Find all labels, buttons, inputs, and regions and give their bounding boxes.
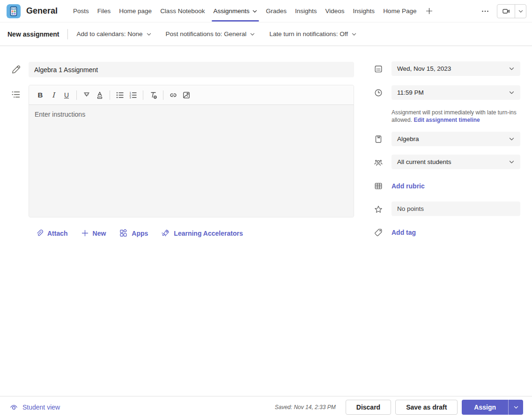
- channel-header: General Posts Files Home page Class Note…: [0, 0, 532, 22]
- add-rubric-link[interactable]: Add rubric: [392, 182, 425, 190]
- tab-home-page[interactable]: Home page: [115, 0, 156, 22]
- tab-class-notebook[interactable]: Class Notebook: [156, 0, 209, 22]
- insert-link-icon[interactable]: [167, 89, 180, 102]
- tab-assignments[interactable]: Assignments: [209, 0, 261, 22]
- new-button[interactable]: New: [81, 229, 106, 237]
- add-to-calendars-menu[interactable]: Add to calendars: None: [76, 30, 151, 37]
- clock-icon: [374, 88, 383, 97]
- add-tag-link[interactable]: Add tag: [392, 229, 416, 236]
- pencil-icon: [11, 64, 22, 75]
- rich-text-toolbar: B I U 123: [29, 85, 354, 105]
- apps-button[interactable]: Apps: [119, 229, 148, 238]
- notebook-icon: [374, 134, 383, 144]
- saved-status: Saved: Nov 14, 2:33 PM: [275, 404, 336, 411]
- instructions-textarea[interactable]: [29, 105, 354, 217]
- tab-files[interactable]: Files: [93, 0, 115, 22]
- divider: [76, 90, 77, 100]
- apps-grid-icon: [119, 229, 128, 238]
- footer-bar: Student view Saved: Nov 14, 2:33 PM Disc…: [0, 396, 532, 418]
- tab-home-page-2[interactable]: Home Page: [379, 0, 421, 22]
- add-tab-button[interactable]: [421, 0, 438, 22]
- assignment-title-input[interactable]: [29, 62, 354, 77]
- numbered-list-icon[interactable]: 123: [126, 89, 140, 102]
- eye-icon: [9, 403, 19, 412]
- plus-icon: [81, 229, 89, 237]
- team-avatar-calculator-icon[interactable]: [7, 4, 21, 18]
- italic-icon[interactable]: I: [47, 89, 60, 102]
- page-title: New assignment: [7, 30, 59, 38]
- post-notifications-menu[interactable]: Post notifications to: General: [166, 30, 256, 37]
- meet-options-chevron-icon[interactable]: [515, 5, 526, 18]
- assign-to-select[interactable]: All current students: [392, 155, 520, 169]
- tag-icon: [374, 228, 383, 237]
- tab-grades[interactable]: Grades: [262, 0, 291, 22]
- tab-insights-2[interactable]: Insights: [349, 0, 379, 22]
- channel-tabs: Posts Files Home page Class Notebook Ass…: [69, 0, 438, 22]
- plus-icon: [425, 7, 433, 15]
- class-select[interactable]: Algebra: [392, 132, 520, 146]
- chevron-down-icon: [351, 31, 357, 37]
- underline-icon[interactable]: U: [60, 89, 73, 102]
- rubric-grid-icon: [374, 181, 383, 191]
- meet-now-split-button: [497, 4, 526, 18]
- video-camera-icon[interactable]: [497, 5, 515, 18]
- highlight-icon[interactable]: [80, 89, 93, 102]
- attachment-actions: Attach New Apps Learning Accelerators: [35, 229, 243, 238]
- instructions-editor: B I U 123: [29, 85, 354, 217]
- more-options-icon[interactable]: [479, 5, 491, 17]
- teams-assignment-page: General Posts Files Home page Class Note…: [0, 0, 532, 418]
- bullet-list-icon[interactable]: [113, 89, 126, 102]
- header-actions: [479, 4, 532, 18]
- rocket-icon: [161, 229, 170, 238]
- paperclip-icon: [35, 229, 44, 238]
- chevron-down-icon: [509, 136, 515, 142]
- discard-button[interactable]: Discard: [346, 400, 391, 415]
- divider: [67, 29, 68, 39]
- chevron-down-icon: [252, 8, 258, 14]
- divider: [110, 90, 110, 100]
- edit-timeline-link[interactable]: Edit assignment timeline: [414, 117, 480, 123]
- tab-insights[interactable]: Insights: [291, 0, 321, 22]
- tab-videos[interactable]: Videos: [321, 0, 349, 22]
- svg-text:3: 3: [130, 96, 132, 99]
- timeline-note: Assignment will post immediately with la…: [392, 109, 522, 124]
- assign-split-button: Assign: [462, 400, 523, 415]
- tab-posts[interactable]: Posts: [69, 0, 93, 22]
- chevron-down-icon: [509, 90, 515, 96]
- attach-button[interactable]: Attach: [35, 229, 68, 238]
- clear-formatting-icon[interactable]: [147, 89, 160, 102]
- insert-image-icon[interactable]: [180, 89, 193, 102]
- divider: [163, 90, 163, 100]
- chevron-down-icon: [509, 66, 515, 72]
- assignment-toolbar: New assignment Add to calendars: None Po…: [0, 22, 532, 46]
- star-icon: [374, 205, 383, 214]
- assign-options-chevron-icon[interactable]: [508, 400, 523, 415]
- students-group-icon: [374, 158, 383, 167]
- bold-icon[interactable]: B: [34, 89, 47, 102]
- font-color-icon[interactable]: [93, 89, 106, 102]
- learning-accelerators-button[interactable]: Learning Accelerators: [161, 229, 243, 238]
- divider: [143, 90, 143, 100]
- save-as-draft-button[interactable]: Save as draft: [395, 400, 458, 415]
- due-date-select[interactable]: Wed, Nov 15, 2023: [392, 61, 520, 76]
- instructions-list-icon: [11, 90, 21, 100]
- channel-title: General: [26, 6, 58, 16]
- assign-button[interactable]: Assign: [462, 400, 508, 415]
- chevron-down-icon: [146, 31, 152, 37]
- points-field[interactable]: No points: [392, 202, 520, 216]
- chevron-down-icon: [250, 31, 255, 37]
- student-view-button[interactable]: Student view: [9, 403, 60, 412]
- calendar-icon: [374, 64, 383, 74]
- due-time-select[interactable]: 11:59 PM: [392, 85, 520, 100]
- late-turn-in-menu[interactable]: Late turn in notifications: Off: [269, 30, 357, 37]
- chevron-down-icon: [509, 159, 515, 165]
